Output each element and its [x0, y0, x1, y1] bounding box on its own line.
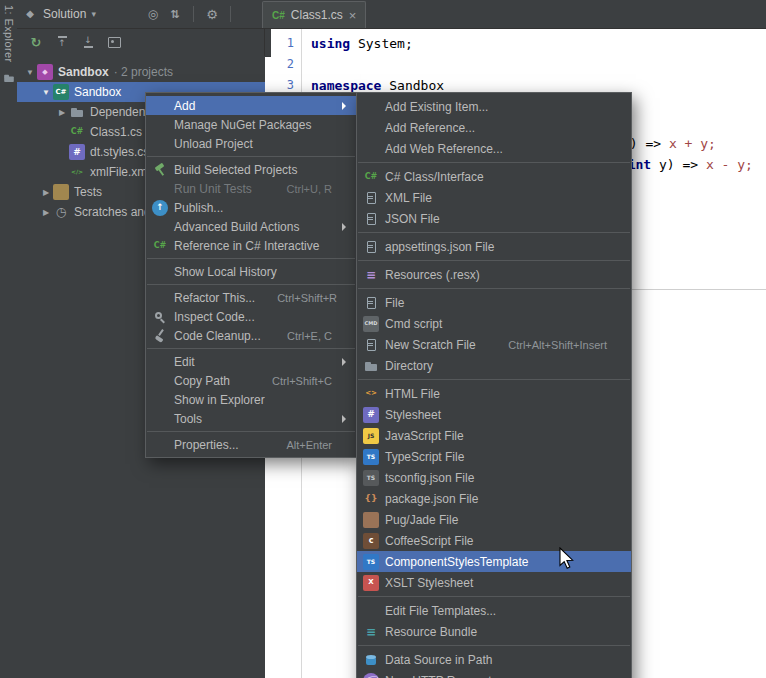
menu-item-label: Code Cleanup... — [174, 329, 265, 343]
close-icon[interactable]: × — [349, 9, 357, 22]
menu-item-add[interactable]: Add — [146, 96, 356, 115]
expand-arrow-icon[interactable]: ▼ — [23, 68, 37, 77]
line-number: 2 — [265, 54, 301, 75]
submenu-item-package-json-file[interactable]: {} package.json File — [357, 488, 631, 509]
tree-item-label: Class1.cs — [90, 125, 142, 139]
menu-item-label: appsettings.json File — [385, 240, 585, 254]
main-toolbar: ◆ Solution ▾ ◎⇅⚙ C# Class1.cs × — [17, 0, 766, 29]
submenu-item-new-http-request[interactable]: New HTTP Request — [357, 670, 631, 678]
code-text: Sandbox — [381, 78, 444, 93]
submenu-item-javascript-file[interactable]: JS JavaScript File — [357, 425, 631, 446]
build-icon — [152, 162, 168, 178]
menu-item-label: Stylesheet — [385, 408, 585, 422]
menu-item-label: Tools — [174, 412, 310, 426]
menu-item-separator — [147, 348, 355, 349]
menu-item-edit[interactable]: Edit — [146, 352, 356, 371]
solution-selector[interactable]: ◆ Solution ▾ — [22, 0, 96, 28]
menu-item-build-selected-projects[interactable]: Build Selected Projects — [146, 160, 356, 179]
menu-item-copy-path[interactable]: Copy Path Ctrl+Shift+C — [146, 371, 356, 390]
add-submenu: Add Existing Item... Add Reference... Ad… — [356, 92, 632, 678]
submenu-item-edit-file-templates[interactable]: Edit File Templates... — [357, 600, 631, 621]
xslt-icon: X — [363, 575, 379, 591]
menu-item-reference-in-c-interactive[interactable]: C# Reference in C# Interactive — [146, 236, 356, 255]
menu-item-publish[interactable]: ↑ Publish... — [146, 198, 356, 217]
preview-button[interactable] — [101, 34, 127, 50]
solution-icon: ◆ — [37, 64, 53, 80]
submenu-item-resources-resx[interactable]: ≡ Resources (.resx) — [357, 264, 631, 285]
code-text: System; — [350, 36, 413, 51]
submenu-item-add-reference[interactable]: Add Reference... — [357, 117, 631, 138]
submenu-item-json-file[interactable]: JSON File — [357, 208, 631, 229]
submenu-item-resource-bundle[interactable]: ≡ Resource Bundle — [357, 621, 631, 642]
menu-item-inspect-code[interactable]: Inspect Code... — [146, 307, 356, 326]
submenu-item-separator — [358, 596, 630, 597]
tsconfig-icon: TS — [363, 470, 379, 486]
menu-item-run-unit-tests[interactable]: Run Unit Tests Ctrl+U, R — [146, 179, 356, 198]
xml-icon: </> — [69, 164, 85, 180]
menu-item-label: XML File — [385, 191, 585, 205]
submenu-item-pug-jade-file[interactable]: Pug/Jade File — [357, 509, 631, 530]
menu-item-shortcut: Alt+Enter — [286, 439, 332, 451]
rider-window: 1: Explorer ◆ Solution ▾ ◎⇅⚙ C# Class1.c… — [0, 0, 766, 678]
explorer-toolbar: ↻ — [17, 28, 271, 57]
submenu-item-data-source-in-path[interactable]: Data Source in Path — [357, 649, 631, 670]
code-text: x - y; — [706, 157, 753, 172]
expand-arrow-icon[interactable]: ▶ — [39, 188, 53, 197]
submenu-item-new-scratch-file[interactable]: New Scratch File Ctrl+Alt+Shift+Insert — [357, 334, 631, 355]
header-button-separator — [230, 6, 231, 22]
tree-item-label: xmlFile.xml — [90, 165, 150, 179]
submenu-item-separator — [358, 645, 630, 646]
menu-item-unload-project[interactable]: Unload Project — [146, 134, 356, 153]
submenu-item-xml-file[interactable]: XML File — [357, 187, 631, 208]
code-line: using System; — [311, 33, 444, 54]
code-area[interactable]: using System; namespace Sandbox — [311, 33, 444, 96]
menu-item-label: Advanced Build Actions — [174, 220, 310, 234]
header-button-separator — [193, 6, 194, 22]
menu-item-tools[interactable]: Tools — [146, 409, 356, 428]
menu-item-code-cleanup[interactable]: Code Cleanup... Ctrl+E, C — [146, 326, 356, 345]
submenu-item-typescript-file[interactable]: TS TypeScript File — [357, 446, 631, 467]
explorer-stripe-button[interactable]: 1: Explorer — [3, 5, 15, 63]
submenu-item-appsettings-json-file[interactable]: appsettings.json File — [357, 236, 631, 257]
submenu-item-html-file[interactable]: <> HTML File — [357, 383, 631, 404]
navigate-down-button[interactable] — [75, 34, 101, 50]
submenu-arrow-icon — [342, 415, 346, 423]
submenu-item-cmd-script[interactable]: CMD Cmd script — [357, 313, 631, 334]
submenu-item-add-existing-item[interactable]: Add Existing Item... — [357, 96, 631, 117]
submenu-item-directory[interactable]: Directory — [357, 355, 631, 376]
expand-arrow-icon[interactable]: ▶ — [55, 108, 69, 117]
submenu-item-coffeescript-file[interactable]: c CoffeeScript File — [357, 530, 631, 551]
menu-item-shortcut: Ctrl+Shift+R — [277, 292, 337, 304]
submenu-item-file[interactable]: File — [357, 292, 631, 313]
tree-item-sandbox[interactable]: ▼ ◆ Sandbox · 2 projects — [17, 62, 265, 82]
submenu-item-tsconfig-json-file[interactable]: TS tsconfig.json File — [357, 467, 631, 488]
menu-item-separator — [147, 156, 355, 157]
menu-item-show-in-explorer[interactable]: Show in Explorer — [146, 390, 356, 409]
settings-button[interactable]: ⚙ — [201, 6, 223, 22]
expand-arrow-icon[interactable]: ▶ — [39, 208, 53, 217]
submenu-item-c-class-interface[interactable]: C# C# Class/Interface — [357, 166, 631, 187]
navigate-up-button[interactable] — [49, 34, 75, 50]
submenu-item-xslt-stylesheet[interactable]: X XSLT Stylesheet — [357, 572, 631, 593]
submenu-item-add-web-reference[interactable]: Add Web Reference... — [357, 138, 631, 159]
editor-tab-class1[interactable]: C# Class1.cs × — [262, 1, 366, 28]
menu-item-manage-nuget-packages[interactable]: Manage NuGet Packages — [146, 115, 356, 134]
menu-item-label: package.json File — [385, 492, 585, 506]
submenu-item-stylesheet[interactable]: # Stylesheet — [357, 404, 631, 425]
expand-arrow-icon[interactable]: ▼ — [39, 88, 53, 97]
menu-item-refactor-this[interactable]: Refactor This... Ctrl+Shift+R — [146, 288, 356, 307]
inspect-icon — [152, 309, 168, 325]
menu-item-show-local-history[interactable]: Show Local History — [146, 262, 356, 281]
submenu-item-componentstylestemplate[interactable]: TS ComponentStylesTemplate — [357, 551, 631, 572]
menu-item-advanced-build-actions[interactable]: Advanced Build Actions — [146, 217, 356, 236]
csharp-icon: C# — [152, 238, 168, 254]
compare-button[interactable]: ⇅ — [164, 6, 186, 22]
toolwindow-layout-button[interactable]: ◎ — [142, 6, 164, 22]
html-icon: <> — [363, 386, 379, 402]
folder-icon[interactable] — [2, 71, 15, 84]
tree-item-label: Sandbox — [74, 85, 121, 99]
menu-item-label: Data Source in Path — [385, 653, 585, 667]
menu-item-properties[interactable]: Properties... Alt+Enter — [146, 435, 356, 454]
doc-icon — [363, 190, 379, 206]
refresh-button[interactable]: ↻ — [23, 34, 49, 50]
